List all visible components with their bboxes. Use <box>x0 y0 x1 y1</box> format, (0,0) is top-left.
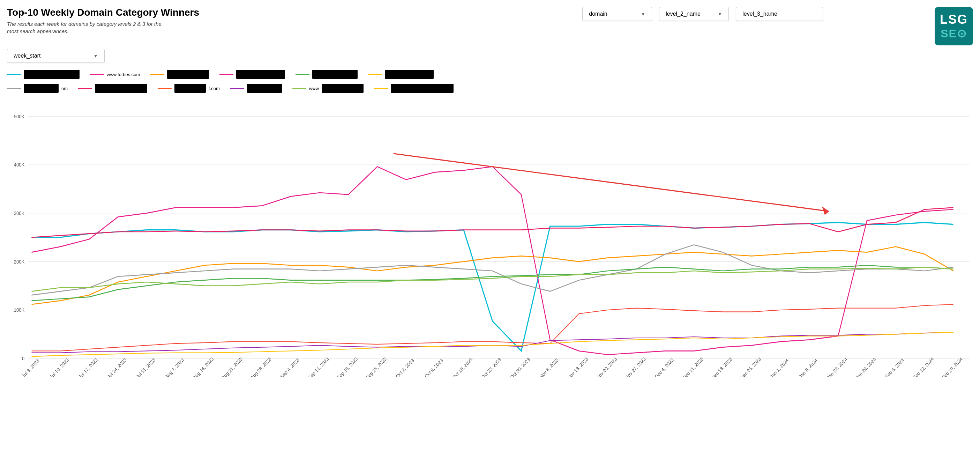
x-label-15: Oct 16, 2023 <box>452 357 473 377</box>
legend-label-cyan <box>24 70 80 79</box>
x-label-17: Oct 30, 2023 <box>509 357 531 377</box>
y-label-0: 0 <box>22 356 24 361</box>
top-filters: domain ▼ level_2_name ▼ level_3_name <box>471 7 935 21</box>
legend-label-forbes: www.forbes.com <box>107 72 140 77</box>
legend-item-orange <box>150 70 209 79</box>
legend-color-yellow <box>368 74 382 75</box>
legend-label-orange <box>167 70 209 79</box>
domain-arrow-icon: ▼ <box>641 11 646 17</box>
legend-label-yellow <box>385 70 434 79</box>
x-label-6: Aug 14, 2023 <box>192 356 215 377</box>
legend-item-pink <box>220 70 285 79</box>
legend-label-red2 <box>95 84 147 93</box>
legend-label-lgreen-prefix: www <box>309 86 319 91</box>
legend-item-red2 <box>78 84 147 93</box>
legend-label-green <box>312 70 358 79</box>
level2-filter[interactable]: level_2_name ▼ <box>659 7 729 21</box>
level3-label: level_3_name <box>742 11 777 17</box>
chart-svg: .grid-line { stroke: #e0e0e0; stroke-wid… <box>7 98 973 377</box>
level2-label: level_2_name <box>666 11 700 17</box>
logo-lsg: LSG <box>940 12 968 27</box>
legend-item-lgreen: www <box>292 84 364 93</box>
legend-label-purple <box>247 84 282 93</box>
domain-filter[interactable]: domain ▼ <box>582 7 652 21</box>
line-red <box>32 304 953 351</box>
week-start-arrow-icon: ▼ <box>93 53 98 59</box>
header: Top-10 Weekly Domain Category Winners Th… <box>7 7 973 45</box>
level2-arrow-icon: ▼ <box>717 11 722 17</box>
legend-item-purple <box>230 84 282 93</box>
legend-item-forbes: www.forbes.com <box>90 72 140 77</box>
x-label-21: Nov 27, 2023 <box>624 356 647 377</box>
page-title: Top-10 Weekly Domain Category Winners <box>7 7 471 18</box>
legend-label-gray <box>24 84 59 93</box>
legend-label-lgreen <box>322 84 364 93</box>
legend-item-gray: om <box>7 84 68 93</box>
x-label-3: Jul 24, 2023 <box>107 357 128 377</box>
y-label-300k: 300K <box>14 211 25 216</box>
legend-item-ylast <box>374 84 453 93</box>
legend-item-green <box>296 70 358 79</box>
legend-color-red2 <box>78 88 92 89</box>
x-label-16: Oct 23, 2023 <box>480 357 503 377</box>
logo-seo: SE⊙ <box>940 27 967 40</box>
x-label-31: Feb 12, 2024 <box>912 356 935 377</box>
y-label-200k: 200K <box>14 259 25 264</box>
domain-label: domain <box>589 11 607 17</box>
legend: www.forbes.com <box>7 70 973 79</box>
x-label-23: Dec 11, 2023 <box>682 356 705 377</box>
line-purple <box>32 332 953 353</box>
week-start-filter[interactable]: week_start ▼ <box>7 49 105 63</box>
legend-color-pink <box>220 74 234 75</box>
y-label-100k: 100K <box>14 308 25 313</box>
x-label-24: Dec 18, 2023 <box>710 356 733 377</box>
legend-item-yellow <box>368 70 434 79</box>
header-left: Top-10 Weekly Domain Category Winners Th… <box>7 7 471 35</box>
legend-label-ylast <box>391 84 453 93</box>
x-label-13: Oct 2, 2023 <box>395 358 415 377</box>
x-label-14: Oct 9, 2023 <box>423 358 444 377</box>
y-label-500k: 500K <box>14 114 25 119</box>
line-magenta <box>32 208 953 237</box>
x-label-27: Jan 8, 2024 <box>798 357 818 377</box>
legend-item-tcom: t.com <box>158 84 220 93</box>
x-label-7: Aug 21, 2023 <box>221 356 243 377</box>
x-label-25: Dec 25, 2023 <box>739 356 762 377</box>
x-label-22: Dec 4, 2023 <box>654 357 675 377</box>
x-label-20: Nov 20, 2023 <box>595 356 618 377</box>
subtitle: The results each week for domains by cat… <box>7 20 167 35</box>
x-label-1: Jul 10, 2023 <box>49 357 70 377</box>
legend-color-ylast <box>374 88 388 89</box>
legend-color-cyan <box>7 74 21 75</box>
legend-color-green <box>296 74 309 75</box>
x-label-19: Nov 13, 2023 <box>566 356 589 377</box>
legend-label-pink <box>236 70 285 79</box>
legend-row2: om t.com www <box>7 84 973 93</box>
line-yellow <box>32 332 953 356</box>
line-orange <box>32 247 953 304</box>
x-label-12: Sep 25, 2023 <box>365 356 388 377</box>
x-label-10: Sep 11, 2023 <box>307 356 330 377</box>
x-label-29: Jan 29, 2024 <box>855 356 877 377</box>
legend-color-orange <box>150 74 164 75</box>
legend-color-gray <box>7 88 21 89</box>
legend-color-forbes <box>90 74 104 75</box>
legend-color-purple <box>230 88 244 89</box>
line-cyan <box>32 222 953 351</box>
legend-color-tcom <box>158 88 172 89</box>
x-label-11: Sep 18, 2023 <box>336 356 359 377</box>
x-label-18: Nov 6, 2023 <box>539 357 560 377</box>
x-label-26: Jan 1, 2024 <box>769 357 790 377</box>
x-label-9: Sep 4, 2023 <box>279 357 300 377</box>
level3-filter[interactable]: level_3_name <box>736 7 823 21</box>
x-label-30: Feb 5, 2024 <box>885 357 905 377</box>
x-label-32: Feb 19, 2024 <box>941 356 964 377</box>
week-start-label: week_start <box>14 53 40 59</box>
x-label-28: Jan 22, 2024 <box>826 356 848 377</box>
x-label-5: Aug 7, 2023 <box>164 357 185 377</box>
legend-color-lgreen <box>292 88 306 89</box>
x-label-8: Aug 28, 2023 <box>250 356 272 377</box>
filters-row2: week_start ▼ <box>7 49 973 63</box>
line-forbes <box>32 166 953 355</box>
x-label-2: Jul 17, 2023 <box>78 357 99 377</box>
